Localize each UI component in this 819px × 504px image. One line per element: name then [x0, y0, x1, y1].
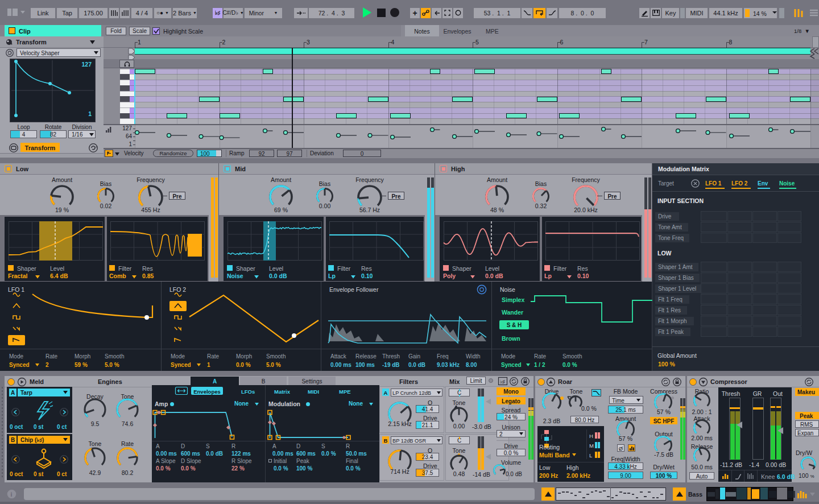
svg-text:♭♯: ♭♯ — [500, 379, 505, 385]
svg-text:i: i — [11, 491, 13, 498]
